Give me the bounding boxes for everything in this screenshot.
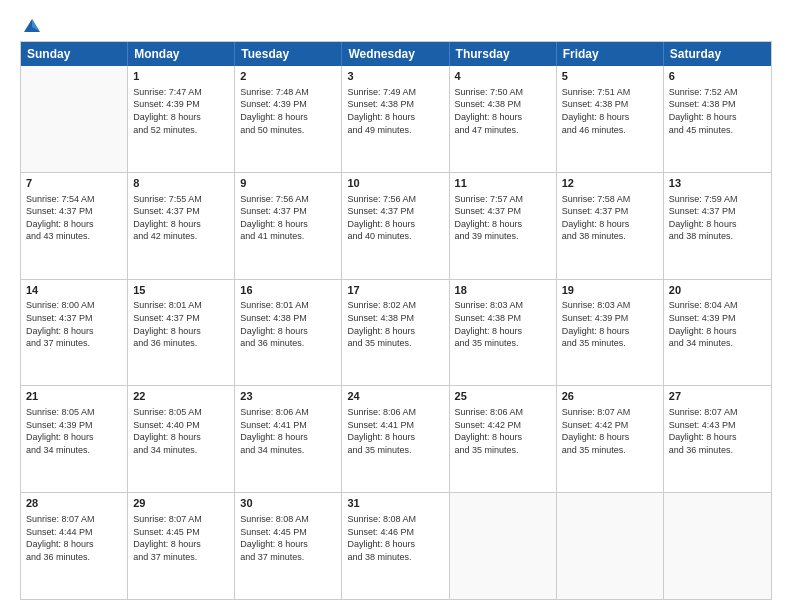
day-number: 20 <box>669 283 766 298</box>
day-number: 10 <box>347 176 443 191</box>
day-number: 13 <box>669 176 766 191</box>
calendar-cell: 19Sunrise: 8:03 AMSunset: 4:39 PMDayligh… <box>557 280 664 386</box>
day-info: Sunrise: 7:56 AMSunset: 4:37 PMDaylight:… <box>347 193 443 243</box>
calendar-cell <box>21 66 128 172</box>
logo <box>20 18 42 31</box>
day-info: Sunrise: 8:06 AMSunset: 4:42 PMDaylight:… <box>455 406 551 456</box>
day-info: Sunrise: 8:08 AMSunset: 4:46 PMDaylight:… <box>347 513 443 563</box>
day-info: Sunrise: 7:54 AMSunset: 4:37 PMDaylight:… <box>26 193 122 243</box>
calendar-row-2: 7Sunrise: 7:54 AMSunset: 4:37 PMDaylight… <box>21 172 771 279</box>
calendar-cell: 28Sunrise: 8:07 AMSunset: 4:44 PMDayligh… <box>21 493 128 599</box>
weekday-header-thursday: Thursday <box>450 42 557 66</box>
day-info: Sunrise: 8:03 AMSunset: 4:39 PMDaylight:… <box>562 299 658 349</box>
calendar-cell: 14Sunrise: 8:00 AMSunset: 4:37 PMDayligh… <box>21 280 128 386</box>
calendar-cell: 15Sunrise: 8:01 AMSunset: 4:37 PMDayligh… <box>128 280 235 386</box>
day-info: Sunrise: 7:49 AMSunset: 4:38 PMDaylight:… <box>347 86 443 136</box>
day-info: Sunrise: 8:08 AMSunset: 4:45 PMDaylight:… <box>240 513 336 563</box>
day-number: 8 <box>133 176 229 191</box>
day-info: Sunrise: 7:48 AMSunset: 4:39 PMDaylight:… <box>240 86 336 136</box>
calendar-cell: 2Sunrise: 7:48 AMSunset: 4:39 PMDaylight… <box>235 66 342 172</box>
logo-icon <box>23 18 41 34</box>
day-number: 31 <box>347 496 443 511</box>
day-number: 4 <box>455 69 551 84</box>
day-number: 23 <box>240 389 336 404</box>
calendar-cell: 21Sunrise: 8:05 AMSunset: 4:39 PMDayligh… <box>21 386 128 492</box>
day-info: Sunrise: 7:47 AMSunset: 4:39 PMDaylight:… <box>133 86 229 136</box>
day-info: Sunrise: 7:51 AMSunset: 4:38 PMDaylight:… <box>562 86 658 136</box>
day-number: 28 <box>26 496 122 511</box>
calendar-cell: 20Sunrise: 8:04 AMSunset: 4:39 PMDayligh… <box>664 280 771 386</box>
page: SundayMondayTuesdayWednesdayThursdayFrid… <box>0 0 792 612</box>
calendar-body: 1Sunrise: 7:47 AMSunset: 4:39 PMDaylight… <box>21 66 771 599</box>
day-info: Sunrise: 8:03 AMSunset: 4:38 PMDaylight:… <box>455 299 551 349</box>
day-info: Sunrise: 8:06 AMSunset: 4:41 PMDaylight:… <box>347 406 443 456</box>
calendar-cell: 6Sunrise: 7:52 AMSunset: 4:38 PMDaylight… <box>664 66 771 172</box>
calendar-cell: 11Sunrise: 7:57 AMSunset: 4:37 PMDayligh… <box>450 173 557 279</box>
calendar-cell: 16Sunrise: 8:01 AMSunset: 4:38 PMDayligh… <box>235 280 342 386</box>
calendar-row-4: 21Sunrise: 8:05 AMSunset: 4:39 PMDayligh… <box>21 385 771 492</box>
day-number: 14 <box>26 283 122 298</box>
day-info: Sunrise: 8:05 AMSunset: 4:39 PMDaylight:… <box>26 406 122 456</box>
day-info: Sunrise: 7:57 AMSunset: 4:37 PMDaylight:… <box>455 193 551 243</box>
day-info: Sunrise: 7:58 AMSunset: 4:37 PMDaylight:… <box>562 193 658 243</box>
weekday-header-tuesday: Tuesday <box>235 42 342 66</box>
calendar-cell: 24Sunrise: 8:06 AMSunset: 4:41 PMDayligh… <box>342 386 449 492</box>
day-info: Sunrise: 8:01 AMSunset: 4:38 PMDaylight:… <box>240 299 336 349</box>
day-info: Sunrise: 7:52 AMSunset: 4:38 PMDaylight:… <box>669 86 766 136</box>
calendar-cell: 23Sunrise: 8:06 AMSunset: 4:41 PMDayligh… <box>235 386 342 492</box>
calendar-cell: 17Sunrise: 8:02 AMSunset: 4:38 PMDayligh… <box>342 280 449 386</box>
day-number: 2 <box>240 69 336 84</box>
day-info: Sunrise: 7:50 AMSunset: 4:38 PMDaylight:… <box>455 86 551 136</box>
calendar: SundayMondayTuesdayWednesdayThursdayFrid… <box>20 41 772 600</box>
day-number: 17 <box>347 283 443 298</box>
day-info: Sunrise: 8:01 AMSunset: 4:37 PMDaylight:… <box>133 299 229 349</box>
day-info: Sunrise: 8:04 AMSunset: 4:39 PMDaylight:… <box>669 299 766 349</box>
day-info: Sunrise: 8:00 AMSunset: 4:37 PMDaylight:… <box>26 299 122 349</box>
calendar-cell: 4Sunrise: 7:50 AMSunset: 4:38 PMDaylight… <box>450 66 557 172</box>
day-number: 11 <box>455 176 551 191</box>
day-info: Sunrise: 7:59 AMSunset: 4:37 PMDaylight:… <box>669 193 766 243</box>
day-number: 12 <box>562 176 658 191</box>
day-info: Sunrise: 8:07 AMSunset: 4:43 PMDaylight:… <box>669 406 766 456</box>
day-number: 29 <box>133 496 229 511</box>
calendar-cell: 30Sunrise: 8:08 AMSunset: 4:45 PMDayligh… <box>235 493 342 599</box>
day-info: Sunrise: 8:07 AMSunset: 4:45 PMDaylight:… <box>133 513 229 563</box>
calendar-cell: 29Sunrise: 8:07 AMSunset: 4:45 PMDayligh… <box>128 493 235 599</box>
calendar-cell: 26Sunrise: 8:07 AMSunset: 4:42 PMDayligh… <box>557 386 664 492</box>
day-number: 16 <box>240 283 336 298</box>
day-number: 9 <box>240 176 336 191</box>
calendar-cell: 9Sunrise: 7:56 AMSunset: 4:37 PMDaylight… <box>235 173 342 279</box>
day-info: Sunrise: 7:55 AMSunset: 4:37 PMDaylight:… <box>133 193 229 243</box>
calendar-cell <box>664 493 771 599</box>
calendar-cell: 8Sunrise: 7:55 AMSunset: 4:37 PMDaylight… <box>128 173 235 279</box>
calendar-cell: 25Sunrise: 8:06 AMSunset: 4:42 PMDayligh… <box>450 386 557 492</box>
day-number: 6 <box>669 69 766 84</box>
calendar-cell: 12Sunrise: 7:58 AMSunset: 4:37 PMDayligh… <box>557 173 664 279</box>
day-number: 22 <box>133 389 229 404</box>
calendar-header: SundayMondayTuesdayWednesdayThursdayFrid… <box>21 42 771 66</box>
day-number: 15 <box>133 283 229 298</box>
calendar-cell: 7Sunrise: 7:54 AMSunset: 4:37 PMDaylight… <box>21 173 128 279</box>
calendar-cell: 1Sunrise: 7:47 AMSunset: 4:39 PMDaylight… <box>128 66 235 172</box>
day-number: 7 <box>26 176 122 191</box>
day-number: 30 <box>240 496 336 511</box>
day-number: 18 <box>455 283 551 298</box>
calendar-cell: 22Sunrise: 8:05 AMSunset: 4:40 PMDayligh… <box>128 386 235 492</box>
calendar-row-3: 14Sunrise: 8:00 AMSunset: 4:37 PMDayligh… <box>21 279 771 386</box>
day-number: 27 <box>669 389 766 404</box>
calendar-cell <box>557 493 664 599</box>
calendar-cell: 3Sunrise: 7:49 AMSunset: 4:38 PMDaylight… <box>342 66 449 172</box>
calendar-cell: 5Sunrise: 7:51 AMSunset: 4:38 PMDaylight… <box>557 66 664 172</box>
calendar-cell: 13Sunrise: 7:59 AMSunset: 4:37 PMDayligh… <box>664 173 771 279</box>
day-info: Sunrise: 8:07 AMSunset: 4:42 PMDaylight:… <box>562 406 658 456</box>
calendar-cell: 31Sunrise: 8:08 AMSunset: 4:46 PMDayligh… <box>342 493 449 599</box>
day-info: Sunrise: 7:56 AMSunset: 4:37 PMDaylight:… <box>240 193 336 243</box>
weekday-header-monday: Monday <box>128 42 235 66</box>
day-info: Sunrise: 8:05 AMSunset: 4:40 PMDaylight:… <box>133 406 229 456</box>
header <box>20 18 772 31</box>
weekday-header-wednesday: Wednesday <box>342 42 449 66</box>
weekday-header-sunday: Sunday <box>21 42 128 66</box>
calendar-row-1: 1Sunrise: 7:47 AMSunset: 4:39 PMDaylight… <box>21 66 771 172</box>
weekday-header-saturday: Saturday <box>664 42 771 66</box>
day-number: 25 <box>455 389 551 404</box>
